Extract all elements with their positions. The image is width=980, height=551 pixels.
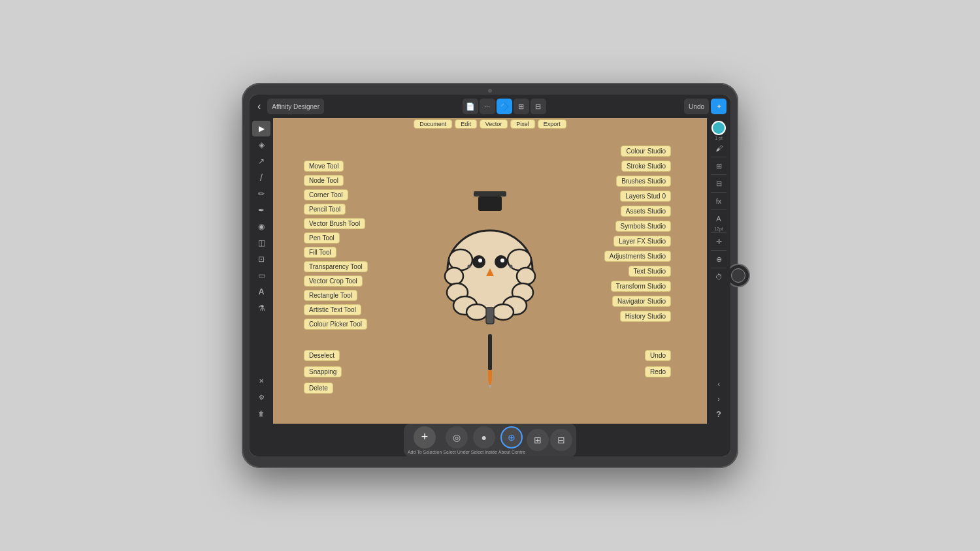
help-icon[interactable]: ? — [710, 407, 728, 421]
document-menu[interactable]: Document — [414, 119, 452, 129]
tooltip-transform-studio: Transform Studio — [611, 281, 671, 292]
svg-point-6 — [517, 268, 535, 285]
panel-separator-4 — [711, 210, 727, 210]
about-centre-group: ⊕ About Centre — [498, 426, 525, 454]
svg-point-12 — [493, 304, 514, 320]
chevron-right-icon[interactable]: › — [710, 392, 728, 406]
camera — [488, 89, 492, 93]
text-panel-icon[interactable]: A — [710, 212, 728, 226]
rectangle-tool-btn[interactable]: ▭ — [252, 268, 270, 283]
tooltip-artistic-text-tool: Artistic Text Tool — [304, 304, 361, 315]
home-label: Affinity Designer — [272, 103, 319, 110]
brush-panel-icon[interactable]: 🖌 — [710, 141, 728, 155]
tooltip-move-tool: Move Tool — [304, 161, 344, 172]
fill-tool-btn[interactable]: ◉ — [252, 219, 270, 234]
tooltip-pen-tool: Pen Tool — [304, 232, 340, 244]
tooltip-stroke-studio: Stroke Studio — [621, 161, 671, 172]
canvas-area[interactable]: Move Tool Node Tool Corner Tool Pencil T… — [273, 118, 707, 424]
svg-rect-22 — [488, 370, 492, 380]
snapping-btn[interactable]: ⊟ — [531, 99, 546, 114]
tooltip-assets-studio: Assets Studio — [621, 206, 671, 217]
tooltip-navigator-studio: Navigator Studio — [612, 296, 671, 307]
sel-contract-btn[interactable]: ⊟ — [550, 429, 572, 451]
vector-menu[interactable]: Vector — [480, 119, 508, 129]
svg-rect-21 — [488, 334, 492, 370]
toolbar-left: ‹ Affinity Designer — [253, 99, 324, 114]
hide-ui-label: Undo — [689, 103, 704, 110]
fx-panel-icon[interactable]: fx — [710, 194, 728, 208]
select-inside-btn[interactable]: ● — [473, 426, 495, 449]
svg-point-19 — [510, 265, 513, 268]
pencil-tool-btn[interactable]: / — [252, 170, 270, 185]
vector-mode-btn[interactable]: 🔷 — [497, 99, 512, 114]
back-button[interactable]: ‹ — [253, 99, 265, 114]
corner-tool-btn[interactable]: ↗ — [252, 153, 270, 169]
svg-point-11 — [466, 304, 487, 320]
edit-menu[interactable]: Edit — [455, 119, 477, 129]
tooltip-colour-studio: Colour Studio — [621, 146, 671, 157]
panel-separator-2 — [711, 174, 727, 175]
navigator-panel-icon[interactable]: ⊕ — [710, 252, 728, 266]
colour-swatch[interactable] — [711, 121, 726, 135]
sel-expand-group: ⊞ — [527, 429, 549, 451]
selection-toolbar: + Add To Selection ◎ Select Under ● Sele… — [404, 424, 576, 457]
settings-btn[interactable]: ⚙ — [252, 389, 270, 405]
select-under-group: ◎ Select Under — [443, 426, 469, 454]
delete-btn[interactable]: 🗑 — [252, 405, 270, 421]
transform-panel-icon[interactable]: ✛ — [710, 234, 728, 249]
panel-separator-7 — [711, 268, 727, 268]
svg-point-18 — [468, 265, 471, 268]
tooltip-brushes-studio: Brushes Studio — [616, 176, 671, 187]
close-btn[interactable]: ✕ — [252, 373, 270, 388]
vector-brush-tool-btn[interactable]: ✏ — [252, 186, 270, 202]
layers-panel-icon[interactable]: ⊞ — [710, 159, 728, 173]
canvas-background: Move Tool Node Tool Corner Tool Pencil T… — [273, 118, 707, 424]
colour-picker-tool-btn[interactable]: ⚗ — [252, 300, 270, 316]
transparency-tool-btn[interactable]: ◫ — [252, 235, 270, 251]
select-under-label: Select Under — [443, 450, 469, 454]
hide-ui-button[interactable]: Undo — [684, 99, 709, 114]
panel-separator-1 — [711, 157, 727, 157]
history-panel-icon[interactable]: ⏱ — [710, 270, 728, 284]
tooltip-pencil-tool: Pencil Tool — [304, 204, 346, 215]
more-btn[interactable]: ··· — [480, 99, 495, 114]
about-centre-btn[interactable]: ⊕ — [500, 426, 523, 449]
add-to-selection-btn[interactable]: + — [414, 426, 436, 449]
tooltip-adjustments-studio: Adjustments Studio — [604, 251, 671, 262]
font-size-label: 12pt — [714, 227, 723, 231]
bottom-toolbar: + Add To Selection ◎ Select Under ● Sele… — [250, 424, 730, 456]
tooltip-symbols-studio: Symbols Studio — [615, 221, 671, 232]
toolbar-right: Undo ✦ — [684, 99, 727, 114]
move-tool-btn[interactable]: ▶ — [252, 121, 270, 136]
tooltip-node-tool: Node Tool — [304, 175, 344, 186]
grid-btn[interactable]: ⊞ — [514, 99, 529, 114]
artistic-text-tool-btn[interactable]: A — [252, 284, 270, 300]
svg-point-15 — [478, 259, 482, 262]
tablet-frame: ‹ Affinity Designer 📄 ··· 🔷 ⊞ ⊟ Undo ✦ — [242, 83, 738, 468]
select-inside-group: ● Select Inside — [471, 426, 497, 454]
swatches-panel-icon[interactable]: ⊟ — [710, 176, 728, 191]
studio-toggle-btn[interactable]: ✦ — [711, 99, 727, 114]
tooltip-delete: Delete — [304, 383, 333, 394]
chevron-left-icon[interactable]: ‹ — [710, 377, 728, 391]
home-nav-button[interactable]: Affinity Designer — [267, 99, 324, 114]
tooltip-text-studio: Text Studio — [629, 266, 671, 277]
export-menu[interactable]: Export — [538, 119, 566, 129]
vector-crop-tool-btn[interactable]: ⊡ — [252, 251, 270, 267]
tooltip-layer-fx-studio: Layer FX Studio — [613, 236, 671, 247]
tooltip-redo: Redo — [645, 366, 671, 377]
add-to-selection-label: Add To Selection — [408, 450, 442, 454]
select-under-btn[interactable]: ◎ — [446, 426, 468, 449]
pixel-menu[interactable]: Pixel — [510, 119, 535, 129]
tooltip-history-studio: History Studio — [620, 311, 671, 322]
svg-rect-20 — [486, 307, 494, 324]
pen-tool-btn[interactable]: ✒ — [252, 202, 270, 218]
sel-expand-btn[interactable]: ⊞ — [527, 429, 549, 451]
tooltip-snapping: Snapping — [304, 366, 342, 377]
svg-point-5 — [445, 268, 463, 285]
tooltip-fill-tool: Fill Tool — [304, 247, 336, 258]
svg-marker-24 — [489, 385, 491, 388]
document-icon-btn[interactable]: 📄 — [463, 99, 478, 114]
node-tool-btn[interactable]: ◈ — [252, 137, 270, 153]
tooltip-layers-studio: Layers Stud 0 — [620, 191, 671, 202]
